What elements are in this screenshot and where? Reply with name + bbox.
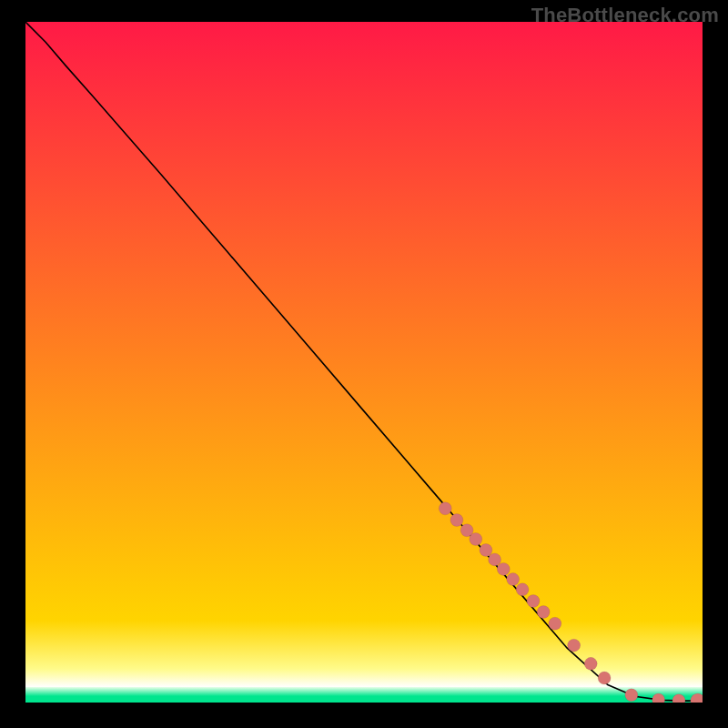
data-point <box>652 693 665 703</box>
data-point <box>527 595 540 608</box>
chart-frame: TheBottleneck.com <box>0 0 728 728</box>
data-point <box>470 532 482 545</box>
data-point <box>568 639 581 652</box>
data-point <box>584 657 597 670</box>
data-point <box>497 562 510 575</box>
data-point <box>507 573 520 586</box>
data-point <box>549 617 561 630</box>
data-point <box>489 553 501 566</box>
data-point <box>450 514 463 527</box>
data-point <box>439 502 451 515</box>
data-point <box>691 693 703 703</box>
plot-area <box>25 22 703 703</box>
data-point <box>516 583 529 596</box>
data-point <box>672 694 685 703</box>
data-point <box>537 606 550 619</box>
data-point <box>480 543 492 556</box>
data-point <box>598 672 611 684</box>
chart-overlay <box>25 22 703 703</box>
data-point <box>625 689 638 702</box>
bottleneck-curve <box>25 22 703 701</box>
